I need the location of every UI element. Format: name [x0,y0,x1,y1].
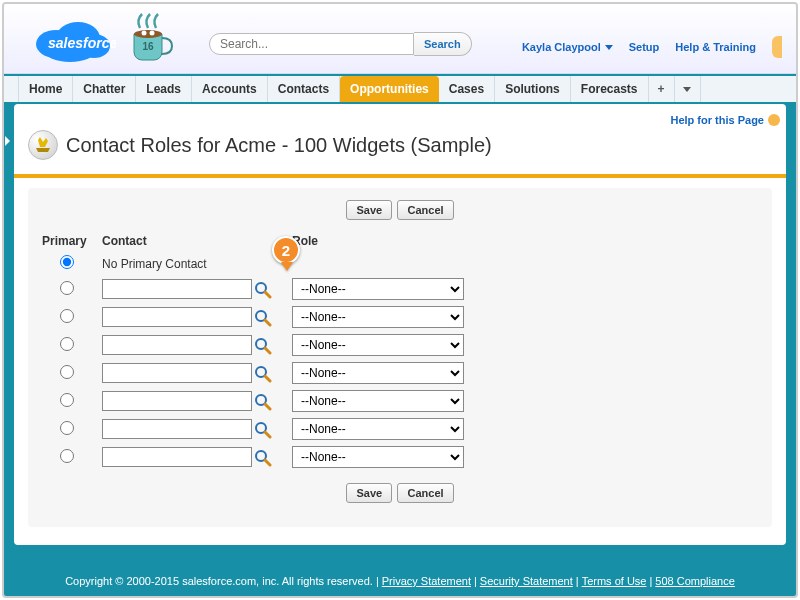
help-icon [768,114,780,126]
role-select[interactable]: --None-- [292,362,464,384]
table-row: --None-- [38,331,470,359]
global-search-input[interactable] [209,33,414,55]
primary-radio[interactable] [60,337,74,351]
svg-line-16 [265,376,270,381]
contact-input[interactable] [102,279,252,299]
contact-input[interactable] [102,307,252,327]
table-row: --None-- [38,359,470,387]
footer-link-privacy[interactable]: Privacy Statement [382,575,471,587]
lookup-icon[interactable] [254,393,272,411]
main-tabbar: Home Chatter Leads Accounts Contacts Opp… [4,74,796,104]
table-row: --None-- [38,387,470,415]
tab-solutions[interactable]: Solutions [495,76,571,102]
svg-text:salesforce: salesforce [48,35,116,51]
accent-bar [14,174,786,178]
primary-radio[interactable] [60,421,74,435]
primary-radio[interactable] [60,449,74,463]
tab-overflow[interactable] [675,76,701,102]
contact-input[interactable] [102,419,252,439]
tab-chatter[interactable]: Chatter [73,76,136,102]
chevron-down-icon [683,87,691,92]
primary-radio[interactable] [60,393,74,407]
contact-input[interactable] [102,391,252,411]
tab-home[interactable]: Home [18,76,73,102]
svg-point-6 [142,31,147,36]
help-training-link[interactable]: Help & Training [675,41,756,53]
primary-radio[interactable] [60,309,74,323]
svg-text:16: 16 [142,41,154,52]
global-header: salesforce 16 Search Kayla Claypool Setu… [4,4,796,74]
primary-radio[interactable] [60,365,74,379]
tab-contacts[interactable]: Contacts [268,76,340,102]
main-panel: Help for this Page Contact Roles for Acm… [14,104,786,545]
contact-input[interactable] [102,447,252,467]
table-row: --None-- [38,303,470,331]
role-select[interactable]: --None-- [292,390,464,412]
col-role: Role [288,230,470,252]
primary-radio-none[interactable] [60,255,74,269]
no-primary-label: No Primary Contact [102,257,207,271]
role-select[interactable]: --None-- [292,334,464,356]
tab-add[interactable]: + [649,76,675,102]
primary-radio[interactable] [60,281,74,295]
table-row: --None-- [38,443,470,471]
salesforce-logo: salesforce [26,10,116,66]
cancel-button-bottom[interactable]: Cancel [397,483,453,503]
user-name-label: Kayla Claypool [522,41,601,53]
role-select[interactable]: --None-- [292,418,464,440]
help-for-page-text: Help for this Page [670,114,764,126]
copyright-text: Copyright © 2000-2015 salesforce.com, in… [65,575,373,587]
tab-opportunities[interactable]: Opportunities [340,76,439,102]
lookup-icon[interactable] [254,365,272,383]
tab-cases[interactable]: Cases [439,76,495,102]
lookup-icon[interactable] [254,337,272,355]
user-menu[interactable]: Kayla Claypool [522,41,613,53]
help-for-page-link[interactable]: Help for this Page [670,114,780,126]
lookup-icon[interactable] [254,309,272,327]
save-button-bottom[interactable]: Save [346,483,392,503]
opportunity-icon [28,130,58,160]
svg-point-5 [134,30,162,38]
col-contact: Contact [98,230,288,252]
tab-forecasts[interactable]: Forecasts [571,76,649,102]
tab-accounts[interactable]: Accounts [192,76,268,102]
page-title: Contact Roles for Acme - 100 Widgets (Sa… [66,134,492,157]
seasonal-logo-icon: 16 [122,6,178,66]
footer-link-508[interactable]: 508 Compliance [655,575,735,587]
svg-point-7 [150,31,155,36]
svg-line-14 [265,348,270,353]
footer-link-terms[interactable]: Terms of Use [582,575,647,587]
role-select[interactable]: --None-- [292,278,464,300]
footer-link-security[interactable]: Security Statement [480,575,573,587]
lookup-icon[interactable] [254,449,272,467]
contact-input[interactable] [102,363,252,383]
sidebar-toggle[interactable] [2,119,14,163]
edit-form: Save Cancel Primary Contact Role No Prim… [28,188,772,527]
table-row: --None-- [38,275,470,303]
contact-input[interactable] [102,335,252,355]
page-footer: Copyright © 2000-2015 salesforce.com, in… [4,572,796,592]
svg-line-22 [265,460,270,465]
save-button-top[interactable]: Save [346,200,392,220]
tab-leads[interactable]: Leads [136,76,192,102]
cancel-button-top[interactable]: Cancel [397,200,453,220]
role-select[interactable]: --None-- [292,306,464,328]
table-row: --None-- [38,415,470,443]
lookup-icon[interactable] [254,281,272,299]
lookup-icon[interactable] [254,421,272,439]
avatar-icon [772,36,782,58]
svg-line-10 [265,292,270,297]
setup-link[interactable]: Setup [629,41,660,53]
contact-roles-table: Primary Contact Role No Primary Contact … [38,230,470,471]
svg-line-12 [265,320,270,325]
col-primary: Primary [38,230,98,252]
chevron-down-icon [605,45,613,50]
svg-line-20 [265,432,270,437]
global-search-button[interactable]: Search [414,32,472,56]
role-select[interactable]: --None-- [292,446,464,468]
svg-line-18 [265,404,270,409]
